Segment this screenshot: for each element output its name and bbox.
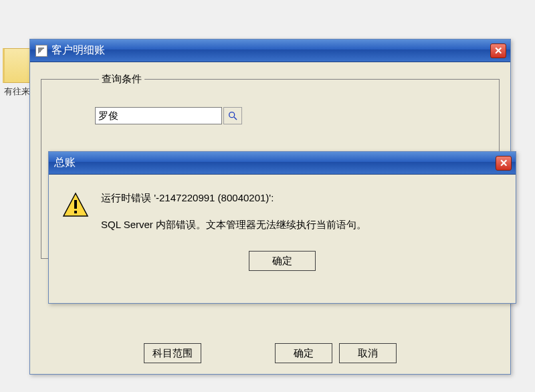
close-icon: ✕: [494, 45, 503, 57]
app-icon: [35, 45, 47, 57]
ok-cancel-group: 确定 取消: [275, 343, 397, 363]
search-input[interactable]: [95, 107, 222, 124]
svg-rect-3: [74, 200, 77, 209]
button-bar: 科目范围 确定 取消: [34, 343, 506, 363]
titlebar[interactable]: 客户明细账 ✕: [30, 39, 510, 62]
cancel-button[interactable]: 取消: [339, 343, 397, 363]
ok-button[interactable]: 确定: [275, 343, 332, 363]
fieldset-legend: 查询条件: [99, 73, 144, 86]
svg-line-1: [234, 117, 237, 120]
search-icon: [227, 110, 238, 121]
error-dialog-title: 总账: [54, 156, 496, 170]
error-line-2: SQL Server 内部错误。文本管理器无法继续执行当前语句。: [101, 216, 366, 233]
svg-rect-4: [74, 211, 77, 213]
window-title: 客户明细账: [51, 43, 490, 58]
error-line-1: 运行时错误 '-2147220991 (80040201)':: [101, 189, 366, 207]
search-row: [95, 107, 491, 124]
error-message: 运行时错误 '-2147220991 (80040201)': SQL Serv…: [101, 189, 366, 243]
message-area: 运行时错误 '-2147220991 (80040201)': SQL Serv…: [62, 189, 502, 243]
subject-scope-button[interactable]: 科目范围: [144, 343, 201, 363]
notes-icon: [3, 48, 31, 83]
desktop-shortcut-label: 有往来: [0, 86, 33, 98]
error-body: 运行时错误 '-2147220991 (80040201)': SQL Serv…: [53, 179, 512, 299]
error-titlebar[interactable]: 总账 ✕: [49, 152, 516, 175]
error-ok-button[interactable]: 确定: [249, 251, 316, 271]
lookup-button[interactable]: [223, 107, 242, 124]
warning-icon: [62, 192, 89, 219]
close-icon: ✕: [500, 157, 508, 169]
svg-point-0: [229, 112, 235, 118]
desktop-shortcut[interactable]: 有往来: [0, 48, 33, 98]
close-button[interactable]: ✕: [490, 43, 506, 58]
error-dialog: 总账 ✕ 运行时错误 '-2147220991 (80040201)': SQL…: [48, 151, 516, 304]
error-close-button[interactable]: ✕: [496, 156, 512, 171]
